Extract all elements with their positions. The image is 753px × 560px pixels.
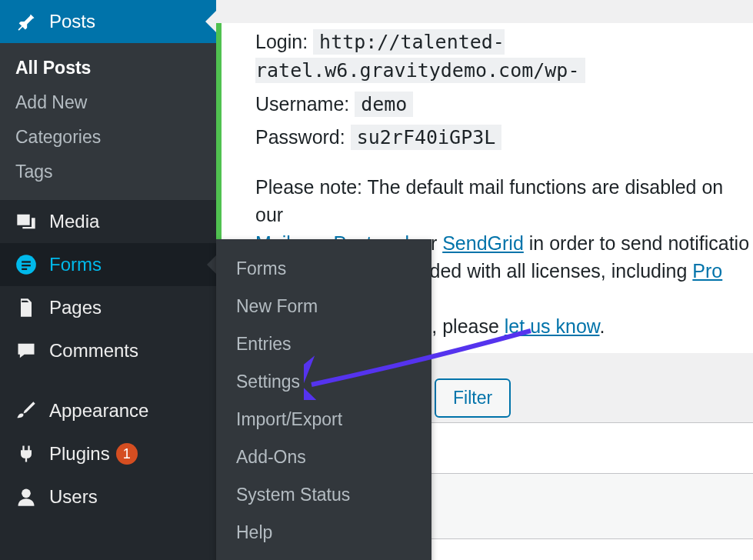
admin-sidebar: Posts All Posts Add New Categories Tags … — [0, 0, 216, 560]
link-sendgrid[interactable]: SendGrid — [442, 232, 524, 254]
sidebar-item-users[interactable]: Users — [0, 475, 216, 518]
notice-text: Please note: The default mail functions … — [255, 176, 723, 225]
flyout-item-settings[interactable]: Settings — [216, 363, 431, 401]
plugins-update-badge: 1 — [116, 443, 138, 465]
brush-icon — [14, 400, 38, 422]
posts-subsection: All Posts Add New Categories Tags — [0, 43, 216, 200]
sidebar-subitem-add-new[interactable]: Add New — [0, 85, 216, 120]
user-icon — [14, 486, 38, 508]
notice-text: . — [599, 315, 605, 337]
sidebar-item-label: Users — [49, 486, 98, 508]
pages-icon — [14, 297, 38, 318]
login-label: Login: — [255, 28, 308, 55]
notice-text: in order to send notificatio — [524, 232, 749, 254]
flyout-item-entries[interactable]: Entries — [216, 325, 431, 363]
link-pro[interactable]: Pro — [692, 260, 722, 282]
sidebar-subitem-categories[interactable]: Categories — [0, 120, 216, 155]
flyout-item-import-export[interactable]: Import/Export — [216, 401, 431, 438]
flyout-item-add-ons[interactable]: Add-Ons — [216, 438, 431, 476]
sidebar-item-comments[interactable]: Comments — [0, 329, 216, 372]
username-label: Username: — [255, 90, 349, 118]
forms-icon — [14, 254, 38, 275]
plugin-icon — [14, 443, 38, 465]
flyout-item-help[interactable]: Help — [216, 514, 431, 552]
sidebar-item-media[interactable]: Media — [0, 200, 216, 243]
sidebar-item-label: Forms — [49, 254, 102, 275]
svg-rect-1 — [22, 261, 31, 262]
sidebar-subitem-tags[interactable]: Tags — [0, 155, 216, 189]
forms-flyout-submenu: Forms New Form Entries Settings Import/E… — [216, 239, 431, 560]
sidebar-item-label: Posts — [49, 11, 95, 32]
sidebar-item-label: Comments — [49, 340, 138, 362]
sidebar-item-plugins[interactable]: Plugins 1 — [0, 432, 216, 475]
sidebar-subitem-all-posts[interactable]: All Posts — [0, 51, 216, 85]
sidebar-item-label: Plugins — [49, 443, 110, 465]
flyout-item-new-form[interactable]: New Form — [216, 288, 431, 325]
sidebar-item-label: Pages — [49, 297, 102, 318]
media-icon — [14, 211, 38, 232]
password-code: su2rF40iGP3L — [351, 125, 502, 150]
svg-rect-3 — [22, 268, 27, 270]
comments-icon — [14, 340, 38, 362]
flyout-item-forms[interactable]: Forms — [216, 250, 431, 288]
svg-rect-2 — [22, 265, 31, 266]
sidebar-item-forms[interactable]: Forms — [0, 243, 216, 286]
password-label: Password: — [255, 123, 345, 151]
svg-point-4 — [22, 489, 31, 498]
flyout-item-system-status[interactable]: System Status — [216, 476, 431, 514]
username-code: demo — [355, 92, 413, 117]
filter-button[interactable]: Filter — [435, 378, 511, 418]
sidebar-item-posts[interactable]: Posts — [0, 0, 216, 43]
link-let-us-know[interactable]: let us know — [505, 315, 600, 337]
sidebar-item-label: Media — [49, 211, 99, 232]
sidebar-item-appearance[interactable]: Appearance — [0, 389, 216, 432]
pin-icon — [14, 11, 38, 32]
sidebar-item-label: Appearance — [49, 400, 148, 422]
sidebar-item-pages[interactable]: Pages — [0, 286, 216, 329]
